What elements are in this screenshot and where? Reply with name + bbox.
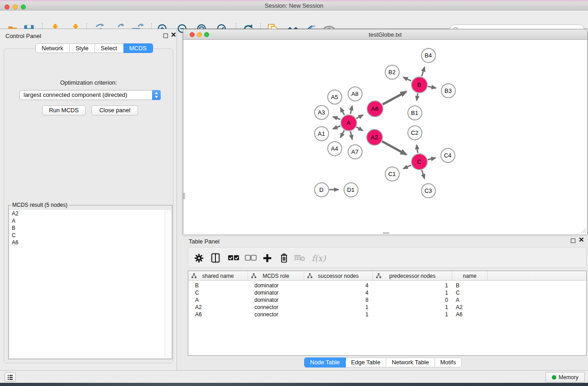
result-item[interactable]: C — [10, 232, 166, 239]
control-panel-tabs: Network Style Select MCDS — [35, 43, 153, 53]
close-panel-icon[interactable]: ✕ — [171, 31, 177, 39]
graph-edge[interactable] — [356, 115, 363, 119]
graph-node-D1[interactable]: D1 — [344, 182, 359, 197]
canvas-horizontal-scroll-nub[interactable] — [383, 232, 389, 234]
graph-node-B1[interactable]: B1 — [407, 105, 422, 120]
show-column-panel-button[interactable] — [209, 251, 222, 265]
column-header-predecessor-nodes[interactable]: predecessor nodes — [373, 271, 452, 281]
canvas-vertical-scroll-nub[interactable] — [183, 193, 185, 199]
result-item[interactable]: A2 — [10, 210, 166, 217]
table-cell-filler — [488, 311, 586, 318]
table-row[interactable]: A6connector11A6 — [188, 311, 586, 318]
graph-edge[interactable] — [350, 106, 352, 114]
checked-boxes-icon — [228, 255, 239, 261]
graph-node-B4[interactable]: B4 — [421, 48, 436, 63]
graph-edge[interactable] — [422, 170, 425, 179]
graph-edge[interactable] — [340, 130, 344, 138]
table-close-panel-icon[interactable]: ✕ — [578, 236, 584, 244]
graph-node-B2[interactable]: B2 — [385, 65, 400, 80]
result-scrollbar[interactable] — [165, 210, 171, 358]
graph-edge[interactable] — [350, 131, 352, 139]
graph-node-C3[interactable]: C3 — [421, 183, 436, 198]
graph-node-C1[interactable]: C1 — [385, 167, 400, 181]
graph-node-A8[interactable]: A8 — [348, 86, 363, 101]
float-panel-icon[interactable] — [163, 33, 168, 38]
column-type-icon — [251, 273, 256, 278]
column-header-successor-nodes[interactable]: successor nodes — [304, 271, 373, 281]
close-panel-button[interactable]: Close panel — [91, 105, 138, 115]
graph-node-C2[interactable]: C2 — [407, 125, 422, 140]
deselect-all-columns-button[interactable] — [244, 251, 258, 265]
function-builder-button[interactable]: f(x) — [310, 251, 328, 265]
graph-node-B3[interactable]: B3 — [441, 83, 456, 98]
tab-style[interactable]: Style — [70, 43, 95, 53]
table-row[interactable]: A2connector11A2 — [188, 304, 586, 311]
result-item[interactable]: A — [10, 217, 166, 224]
graph-node-C4[interactable]: C4 — [440, 148, 455, 163]
optimization-criterion-select[interactable]: largest connected component (directed) — [19, 90, 161, 100]
tab-network-table[interactable]: Network Table — [386, 357, 435, 367]
table-cell: 1 — [304, 311, 373, 318]
table-row[interactable]: Bdominator41B — [188, 282, 586, 289]
tab-edge-table[interactable]: Edge Table — [346, 357, 387, 367]
result-item[interactable]: A6 — [10, 239, 166, 246]
graph-edge[interactable] — [382, 91, 406, 104]
graph-node-C[interactable]: C — [411, 153, 428, 170]
run-mcds-button[interactable]: Run MCDS — [42, 105, 86, 115]
graph-node-D[interactable]: D — [314, 182, 329, 197]
column-label: shared name — [202, 273, 234, 279]
mcds-result-list[interactable]: A2ABCA6 — [10, 210, 166, 358]
column-header-shared-name[interactable]: shared name — [188, 271, 248, 281]
column-label: successor nodes — [318, 273, 359, 279]
network-canvas[interactable]: B4B2BB3A8A5A6A3B1AC2A1A2A4A7C4CC1C3DD1 — [183, 40, 587, 234]
tab-motifs[interactable]: Motifs — [435, 357, 462, 367]
memory-button[interactable]: Memory — [545, 372, 585, 382]
task-history-button[interactable] — [5, 372, 16, 382]
graph-edge[interactable] — [382, 141, 406, 154]
tab-node-table[interactable]: Node Table — [304, 357, 346, 367]
resize-grip-icon[interactable] — [580, 227, 586, 234]
graph-node-A7[interactable]: A7 — [348, 144, 363, 159]
graph-edge[interactable] — [403, 165, 411, 169]
table-row[interactable]: Adominator80A — [188, 296, 586, 304]
graph-edge[interactable] — [333, 126, 340, 129]
network-window-titlebar[interactable]: testGlobe.txt — [183, 29, 587, 40]
column-header-mcds-role[interactable]: MCDS role — [248, 271, 304, 281]
graph-edge[interactable] — [422, 67, 425, 76]
table-row[interactable]: Cdominator41C — [188, 289, 586, 296]
table-float-panel-icon[interactable] — [571, 238, 575, 243]
delete-column-button[interactable] — [277, 251, 291, 265]
graph-edge[interactable] — [340, 108, 344, 115]
graph-node-A5[interactable]: A5 — [327, 90, 342, 105]
column-label: name — [463, 273, 476, 279]
graph-edge[interactable] — [416, 145, 418, 153]
graph-edge[interactable] — [428, 158, 435, 160]
graph-node-A6[interactable]: A6 — [367, 100, 383, 117]
column-type-icon — [307, 273, 312, 278]
graph-edge[interactable] — [403, 77, 411, 81]
table-cell-filler — [488, 282, 586, 289]
graph-edge[interactable] — [333, 117, 340, 119]
optimization-criterion-label: Optimization criterion: — [4, 79, 173, 86]
tab-network[interactable]: Network — [35, 43, 70, 53]
tab-select[interactable]: Select — [95, 43, 124, 53]
graph-node-A1[interactable]: A1 — [314, 126, 329, 141]
result-item[interactable]: B — [10, 224, 166, 232]
graph-node-B[interactable]: B — [411, 76, 428, 93]
graph-node-A4[interactable]: A4 — [327, 141, 342, 156]
create-column-button[interactable] — [260, 251, 274, 265]
table-cell: 1 — [373, 282, 452, 289]
app-titlebar[interactable]: Session: New Session — [0, 1, 588, 10]
graph-node-A2[interactable]: A2 — [366, 129, 383, 146]
delete-table-button[interactable] — [293, 251, 306, 265]
graph-node-A3[interactable]: A3 — [314, 105, 329, 120]
select-all-columns-button[interactable] — [227, 251, 240, 265]
graph-node-A[interactable]: A — [340, 114, 357, 131]
graph-edge[interactable] — [416, 93, 418, 100]
graph-edge[interactable] — [428, 86, 436, 88]
tab-mcds[interactable]: MCDS — [124, 43, 153, 53]
unchecked-boxes-icon — [245, 255, 257, 261]
table-settings-button[interactable] — [192, 251, 206, 265]
graph-edge[interactable] — [356, 127, 363, 131]
column-header-name[interactable]: name — [452, 271, 488, 281]
